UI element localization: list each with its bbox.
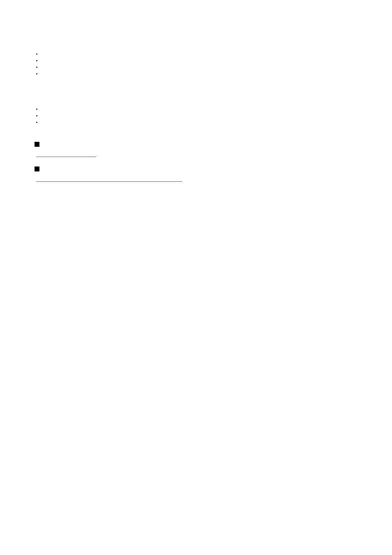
square-icon <box>35 142 39 147</box>
square-icon <box>35 166 39 171</box>
bullet-list-2 <box>36 109 37 123</box>
square-bullet-1 <box>35 142 39 147</box>
hyperlink-underline-2[interactable] <box>36 181 182 182</box>
bullet-dot <box>36 73 37 74</box>
bullet-dot <box>36 53 37 55</box>
bullet-dot <box>36 109 37 110</box>
bullet-dot <box>36 115 37 116</box>
square-bullet-2 <box>35 166 39 171</box>
bullet-dot <box>36 67 37 68</box>
bullet-dot <box>36 60 37 61</box>
bullet-list-1 <box>36 53 37 74</box>
hyperlink-underline-1[interactable] <box>36 157 96 157</box>
document-page <box>0 0 392 555</box>
bullet-dot <box>36 122 37 123</box>
